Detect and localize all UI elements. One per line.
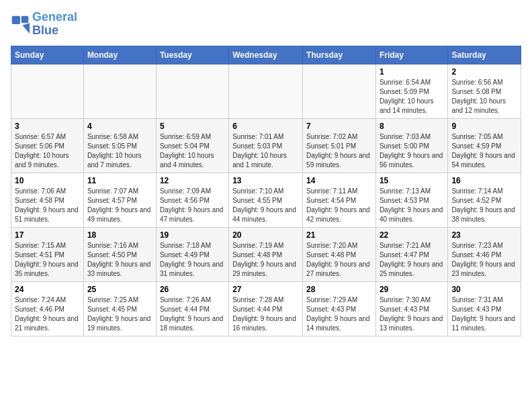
- calendar-cell: 28Sunrise: 7:29 AM Sunset: 4:43 PM Dayli…: [303, 281, 376, 336]
- calendar-cell: 19Sunrise: 7:18 AM Sunset: 4:49 PM Dayli…: [156, 227, 228, 281]
- day-info: Sunrise: 7:14 AM Sunset: 4:52 PM Dayligh…: [451, 187, 517, 224]
- calendar-cell: 13Sunrise: 7:10 AM Sunset: 4:55 PM Dayli…: [229, 173, 303, 227]
- day-number: 11: [87, 176, 152, 185]
- day-info: Sunrise: 7:31 AM Sunset: 4:43 PM Dayligh…: [451, 295, 517, 333]
- calendar-cell: [156, 64, 228, 118]
- day-info: Sunrise: 7:26 AM Sunset: 4:44 PM Dayligh…: [160, 295, 225, 333]
- day-info: Sunrise: 7:13 AM Sunset: 4:53 PM Dayligh…: [380, 187, 444, 224]
- day-number: 12: [160, 176, 225, 185]
- day-info: Sunrise: 7:02 AM Sunset: 5:01 PM Dayligh…: [306, 132, 372, 170]
- day-number: 5: [160, 122, 225, 131]
- day-info: Sunrise: 6:59 AM Sunset: 5:04 PM Dayligh…: [160, 132, 225, 170]
- day-number: 6: [232, 122, 299, 131]
- day-number: 18: [87, 230, 152, 240]
- calendar-cell: 20Sunrise: 7:19 AM Sunset: 4:48 PM Dayli…: [229, 227, 303, 281]
- day-info: Sunrise: 6:56 AM Sunset: 5:08 PM Dayligh…: [451, 78, 517, 116]
- day-number: 27: [232, 285, 299, 294]
- calendar-cell: [303, 64, 376, 118]
- day-number: 8: [380, 122, 444, 131]
- calendar-cell: 30Sunrise: 7:31 AM Sunset: 4:43 PM Dayli…: [448, 281, 521, 336]
- calendar-cell: 7Sunrise: 7:02 AM Sunset: 5:01 PM Daylig…: [303, 118, 376, 173]
- day-number: 9: [451, 122, 517, 131]
- day-info: Sunrise: 7:21 AM Sunset: 4:47 PM Dayligh…: [380, 241, 444, 279]
- col-header-thursday: Thursday: [303, 46, 376, 64]
- day-info: Sunrise: 7:05 AM Sunset: 4:59 PM Dayligh…: [451, 132, 517, 170]
- calendar-cell: 12Sunrise: 7:09 AM Sunset: 4:56 PM Dayli…: [156, 173, 228, 227]
- day-number: 30: [451, 285, 517, 294]
- calendar-cell: 27Sunrise: 7:28 AM Sunset: 4:44 PM Dayli…: [229, 281, 303, 336]
- col-header-saturday: Saturday: [448, 46, 521, 64]
- calendar-cell: 29Sunrise: 7:30 AM Sunset: 4:43 PM Dayli…: [375, 281, 447, 336]
- day-number: 25: [87, 285, 152, 294]
- calendar-table: SundayMondayTuesdayWednesdayThursdayFrid…: [11, 46, 521, 336]
- day-number: 1: [380, 67, 444, 77]
- page-header: General Blue: [11, 11, 521, 38]
- calendar-cell: 11Sunrise: 7:07 AM Sunset: 4:57 PM Dayli…: [83, 173, 156, 227]
- calendar-cell: [11, 64, 84, 118]
- day-info: Sunrise: 7:28 AM Sunset: 4:44 PM Dayligh…: [232, 295, 299, 333]
- day-info: Sunrise: 6:57 AM Sunset: 5:06 PM Dayligh…: [15, 132, 80, 170]
- day-number: 4: [87, 122, 152, 131]
- logo: General Blue: [11, 11, 77, 38]
- calendar-cell: 16Sunrise: 7:14 AM Sunset: 4:52 PM Dayli…: [448, 173, 521, 227]
- day-number: 3: [15, 122, 80, 131]
- day-number: 15: [380, 176, 444, 185]
- calendar-cell: 10Sunrise: 7:06 AM Sunset: 4:58 PM Dayli…: [11, 173, 84, 227]
- day-number: 22: [380, 230, 444, 240]
- calendar-cell: 14Sunrise: 7:11 AM Sunset: 4:54 PM Dayli…: [303, 173, 376, 227]
- col-header-friday: Friday: [375, 46, 447, 64]
- day-number: 21: [306, 230, 372, 240]
- calendar-cell: 5Sunrise: 6:59 AM Sunset: 5:04 PM Daylig…: [156, 118, 228, 173]
- calendar-cell: 23Sunrise: 7:23 AM Sunset: 4:46 PM Dayli…: [448, 227, 521, 281]
- calendar-cell: 6Sunrise: 7:01 AM Sunset: 5:03 PM Daylig…: [229, 118, 303, 173]
- day-number: 20: [232, 230, 299, 240]
- day-info: Sunrise: 7:30 AM Sunset: 4:43 PM Dayligh…: [380, 295, 444, 333]
- day-info: Sunrise: 7:09 AM Sunset: 4:56 PM Dayligh…: [160, 187, 225, 224]
- day-info: Sunrise: 7:24 AM Sunset: 4:46 PM Dayligh…: [15, 295, 80, 333]
- day-number: 26: [160, 285, 225, 294]
- col-header-sunday: Sunday: [11, 46, 84, 64]
- day-info: Sunrise: 7:25 AM Sunset: 4:45 PM Dayligh…: [87, 295, 152, 333]
- svg-rect-1: [21, 16, 29, 24]
- day-number: 29: [380, 285, 444, 294]
- day-info: Sunrise: 7:18 AM Sunset: 4:49 PM Dayligh…: [160, 241, 225, 279]
- col-header-tuesday: Tuesday: [156, 46, 228, 64]
- day-info: Sunrise: 7:23 AM Sunset: 4:46 PM Dayligh…: [451, 241, 517, 279]
- calendar-cell: 1Sunrise: 6:54 AM Sunset: 5:09 PM Daylig…: [375, 64, 447, 118]
- calendar-cell: [229, 64, 303, 118]
- day-number: 28: [306, 285, 372, 294]
- day-number: 23: [451, 230, 517, 240]
- day-number: 19: [160, 230, 225, 240]
- day-info: Sunrise: 7:11 AM Sunset: 4:54 PM Dayligh…: [306, 187, 372, 224]
- calendar-cell: 21Sunrise: 7:20 AM Sunset: 4:48 PM Dayli…: [303, 227, 376, 281]
- day-info: Sunrise: 7:03 AM Sunset: 5:00 PM Dayligh…: [380, 132, 444, 170]
- day-number: 10: [15, 176, 80, 185]
- calendar-cell: 18Sunrise: 7:16 AM Sunset: 4:50 PM Dayli…: [83, 227, 156, 281]
- day-number: 16: [451, 176, 517, 185]
- day-info: Sunrise: 7:06 AM Sunset: 4:58 PM Dayligh…: [15, 187, 80, 224]
- day-number: 13: [232, 176, 299, 185]
- day-info: Sunrise: 7:01 AM Sunset: 5:03 PM Dayligh…: [232, 132, 299, 170]
- day-number: 2: [451, 67, 517, 77]
- calendar-cell: 25Sunrise: 7:25 AM Sunset: 4:45 PM Dayli…: [83, 281, 156, 336]
- day-info: Sunrise: 7:10 AM Sunset: 4:55 PM Dayligh…: [232, 187, 299, 224]
- col-header-wednesday: Wednesday: [229, 46, 303, 64]
- day-number: 17: [15, 230, 80, 240]
- day-number: 7: [306, 122, 372, 131]
- day-number: 24: [15, 285, 80, 294]
- day-info: Sunrise: 7:15 AM Sunset: 4:51 PM Dayligh…: [15, 241, 80, 279]
- logo-icon: [11, 15, 30, 34]
- calendar-cell: 2Sunrise: 6:56 AM Sunset: 5:08 PM Daylig…: [448, 64, 521, 118]
- day-info: Sunrise: 7:29 AM Sunset: 4:43 PM Dayligh…: [306, 295, 372, 333]
- day-info: Sunrise: 6:58 AM Sunset: 5:05 PM Dayligh…: [87, 132, 152, 170]
- calendar-cell: 24Sunrise: 7:24 AM Sunset: 4:46 PM Dayli…: [11, 281, 84, 336]
- logo-text: General Blue: [32, 11, 77, 38]
- day-info: Sunrise: 6:54 AM Sunset: 5:09 PM Dayligh…: [380, 78, 444, 116]
- day-number: 14: [306, 176, 372, 185]
- calendar-cell: [83, 64, 156, 118]
- calendar-cell: 22Sunrise: 7:21 AM Sunset: 4:47 PM Dayli…: [375, 227, 447, 281]
- day-info: Sunrise: 7:19 AM Sunset: 4:48 PM Dayligh…: [232, 241, 299, 279]
- calendar-cell: 4Sunrise: 6:58 AM Sunset: 5:05 PM Daylig…: [83, 118, 156, 173]
- svg-marker-2: [23, 23, 30, 34]
- col-header-monday: Monday: [83, 46, 156, 64]
